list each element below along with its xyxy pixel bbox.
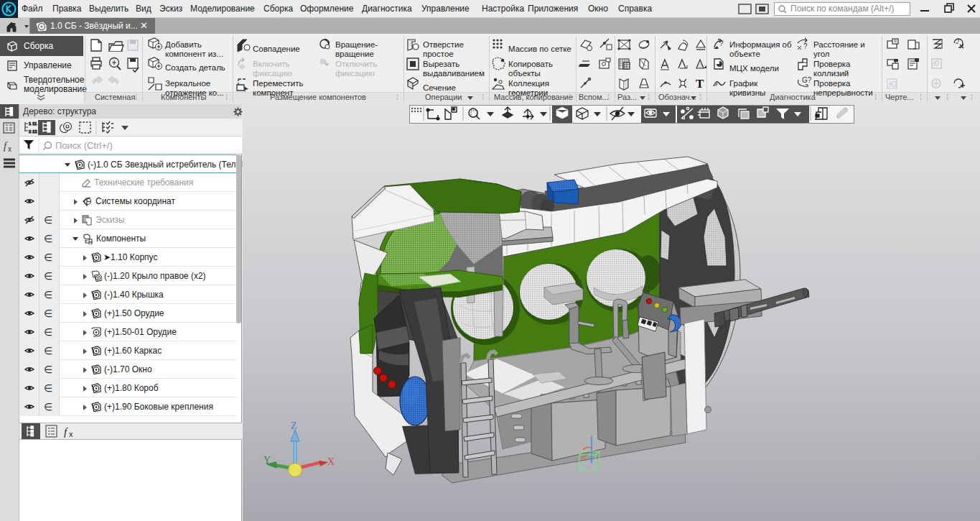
svg-text:x: x bbox=[69, 430, 73, 438]
svg-text:x: x bbox=[8, 145, 11, 153]
svg-text:i0: i0 bbox=[933, 60, 939, 68]
svg-text:Поиск (Ctrl+/): Поиск (Ctrl+/) bbox=[55, 140, 113, 151]
svg-text:Ю: Ю bbox=[889, 80, 897, 88]
svg-text:T: T bbox=[696, 77, 704, 91]
svg-text:G?: G? bbox=[802, 76, 812, 84]
svg-text:Z: Z bbox=[291, 420, 297, 431]
svg-text:X: X bbox=[327, 456, 335, 467]
svg-text:f: f bbox=[64, 426, 68, 438]
svg-text:?: ? bbox=[803, 42, 808, 50]
svg-text:?: ? bbox=[719, 40, 724, 47]
svg-text:1 11: 1 11 bbox=[29, 121, 37, 126]
svg-text:2 12: 2 12 bbox=[29, 129, 37, 134]
svg-text:Y: Y bbox=[263, 455, 271, 466]
